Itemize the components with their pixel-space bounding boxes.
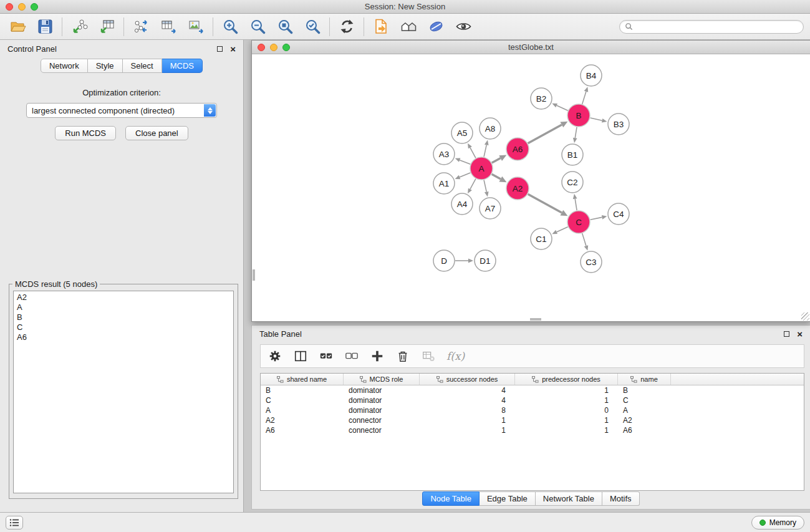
graph-edge-B-B4[interactable] [582,92,586,104]
zoom-in-button[interactable] [219,16,241,38]
graph-node-A2[interactable]: A2 [506,177,529,200]
graph-node-C3[interactable]: C3 [581,251,602,273]
tab-style[interactable]: Style [88,59,123,73]
run-mcds-button[interactable]: Run MCDS [55,126,116,140]
minimize-network-window-button[interactable] [270,44,277,51]
zoom-out-button[interactable] [246,16,269,38]
resize-handle[interactable] [801,312,809,321]
column-header-name[interactable]: name [618,374,671,385]
close-window-button[interactable] [6,3,13,11]
float-table-panel-icon[interactable] [784,331,789,337]
apply-layout-button[interactable] [335,16,358,38]
close-panel-icon[interactable]: × [230,46,236,52]
graph-edge-A-A6[interactable] [492,158,501,163]
tab-edge-table[interactable]: Edge Table [480,491,536,506]
tab-network-table[interactable]: Network Table [536,491,602,506]
table-row[interactable]: Adominator80A [261,405,804,415]
tab-node-table[interactable]: Node Table [422,491,480,506]
graph-edge-A-A3[interactable] [460,160,470,165]
style-preview-button[interactable] [425,16,447,38]
optimization-criterion-dropdown[interactable]: largest connected component (directed) [26,103,217,118]
graph-node-A6[interactable]: A6 [506,138,529,160]
zoom-network-window-button[interactable] [282,44,290,51]
tab-select[interactable]: Select [123,59,162,73]
graph-node-A7[interactable]: A7 [480,198,501,219]
column-header-predecessor-nodes[interactable]: predecessor nodes [515,374,618,385]
export-image-button[interactable] [185,16,207,38]
graph-node-A5[interactable]: A5 [451,122,473,143]
select-all-columns-button[interactable] [319,349,334,364]
graph-node-C2[interactable]: C2 [562,172,583,193]
graph-edge-C-C1[interactable] [557,227,568,232]
task-history-button[interactable] [6,516,23,530]
graph-node-B1[interactable]: B1 [562,144,583,165]
delete-column-button[interactable] [395,349,410,364]
search-field[interactable] [619,20,804,34]
graph-edge-A-A4[interactable] [470,179,476,190]
tab-network[interactable]: Network [41,59,88,73]
float-panel-icon[interactable] [217,46,223,52]
mcds-result-item[interactable]: C [17,322,230,332]
graph-edge-A-A7[interactable] [484,180,486,192]
function-builder-button[interactable]: f(x) [446,349,465,364]
graph-edge-B-B3[interactable] [591,118,602,120]
graph-edge-C-C2[interactable] [575,199,577,211]
open-document-button[interactable] [370,16,392,38]
import-table-button[interactable] [95,16,118,38]
vertical-scrollbar-thumb[interactable] [253,269,255,281]
column-header-successor-nodes[interactable]: successor nodes [420,374,515,385]
graph-node-D1[interactable]: D1 [475,250,496,271]
graph-edge-C-C3[interactable] [582,233,586,246]
show-columns-button[interactable] [293,349,308,364]
table-row[interactable]: A6connector11A6 [261,425,804,435]
close-network-window-button[interactable] [258,44,265,51]
graph-edge-A6-B[interactable] [528,125,562,143]
horizontal-scrollbar-thumb[interactable] [530,318,541,321]
graph-edge-A-A2[interactable] [492,174,501,179]
home-button[interactable] [397,16,420,38]
table-row[interactable]: A2connector11A2 [261,415,804,425]
graph-node-A4[interactable]: A4 [451,193,473,215]
open-session-button[interactable] [6,16,29,38]
graph-node-A8[interactable]: A8 [480,118,501,139]
zoom-selected-button[interactable] [301,16,324,38]
save-session-button[interactable] [34,16,56,38]
graph-node-C4[interactable]: C4 [608,203,629,225]
graph-node-C1[interactable]: C1 [531,228,552,249]
zoom-fit-button[interactable] [274,16,296,38]
mcds-result-item[interactable]: A2 [17,293,230,302]
mcds-result-list[interactable]: A2ABCA6 [13,291,234,493]
graph-edge-A-A5[interactable] [470,148,476,158]
table-settings-button[interactable] [268,349,282,364]
unselect-all-columns-button[interactable] [344,349,359,364]
tab-motifs[interactable]: Motifs [602,491,640,506]
graph-node-A3[interactable]: A3 [433,143,455,165]
table-row[interactable]: Bdominator41B [261,385,804,395]
table-row[interactable]: Cdominator41C [261,395,804,405]
graph-node-B3[interactable]: B3 [608,114,629,135]
network-window-titlebar[interactable]: testGlobe.txt [252,41,810,54]
graph-node-B[interactable]: B [567,104,590,127]
graph-edge-B-B1[interactable] [575,127,577,138]
close-panel-button[interactable]: Close panel [125,126,188,140]
memory-button[interactable]: Memory [751,516,804,530]
zoom-window-button[interactable] [31,3,38,11]
graph-edge-B-B2[interactable] [557,105,568,110]
search-input[interactable] [636,22,798,31]
export-table-button[interactable] [157,16,180,38]
graph-node-B4[interactable]: B4 [581,65,602,86]
network-canvas[interactable]: B4B2BB3A5A8A6B1A3AC2A1A2A4A7C4CC1C3DD1 [252,54,810,321]
tab-mcds[interactable]: MCDS [162,59,203,73]
mcds-result-item[interactable]: A6 [17,332,230,342]
graph-edge-A2-C[interactable] [528,194,562,213]
export-network-button[interactable] [130,16,152,38]
graph-edge-A-A8[interactable] [484,145,486,157]
graph-edge-C-C4[interactable] [591,217,602,220]
graph-node-A1[interactable]: A1 [433,173,455,194]
graph-node-C[interactable]: C [567,211,590,233]
show-hide-button[interactable] [452,16,475,38]
delete-table-button[interactable] [421,349,436,364]
graph-edge-A-A1[interactable] [460,173,470,177]
graph-node-D[interactable]: D [433,250,455,271]
mcds-result-item[interactable]: A [17,302,230,312]
